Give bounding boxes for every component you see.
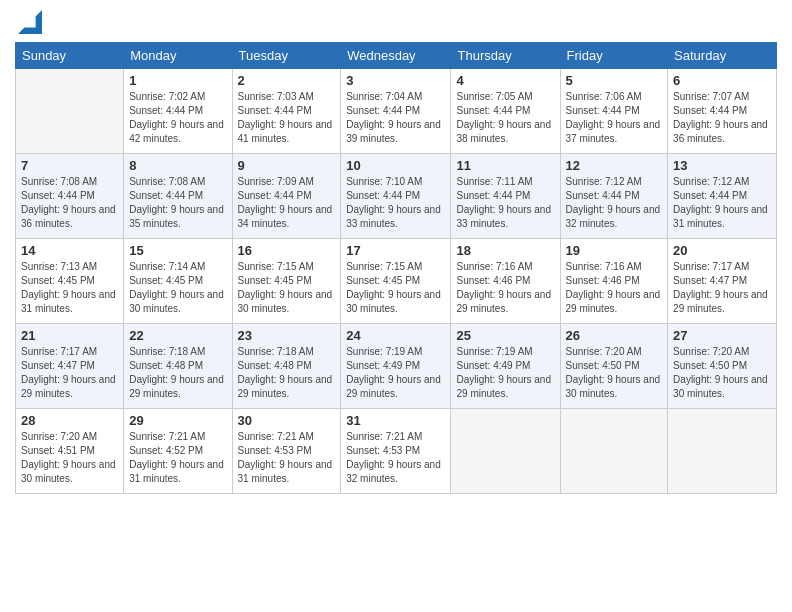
calendar-week-row: 28Sunrise: 7:20 AMSunset: 4:51 PMDayligh… xyxy=(16,409,777,494)
calendar-day-cell xyxy=(668,409,777,494)
calendar-day-cell: 13Sunrise: 7:12 AMSunset: 4:44 PMDayligh… xyxy=(668,154,777,239)
day-info: Sunrise: 7:19 AMSunset: 4:49 PMDaylight:… xyxy=(456,345,554,401)
weekday-header: Sunday xyxy=(16,43,124,69)
calendar-day-cell: 12Sunrise: 7:12 AMSunset: 4:44 PMDayligh… xyxy=(560,154,668,239)
day-info: Sunrise: 7:20 AMSunset: 4:51 PMDaylight:… xyxy=(21,430,118,486)
day-info: Sunrise: 7:08 AMSunset: 4:44 PMDaylight:… xyxy=(129,175,226,231)
day-info: Sunrise: 7:04 AMSunset: 4:44 PMDaylight:… xyxy=(346,90,445,146)
day-number: 2 xyxy=(238,73,336,88)
day-info: Sunrise: 7:21 AMSunset: 4:53 PMDaylight:… xyxy=(346,430,445,486)
calendar-day-cell: 24Sunrise: 7:19 AMSunset: 4:49 PMDayligh… xyxy=(341,324,451,409)
day-number: 4 xyxy=(456,73,554,88)
calendar-day-cell: 28Sunrise: 7:20 AMSunset: 4:51 PMDayligh… xyxy=(16,409,124,494)
day-info: Sunrise: 7:12 AMSunset: 4:44 PMDaylight:… xyxy=(566,175,663,231)
day-number: 25 xyxy=(456,328,554,343)
day-number: 8 xyxy=(129,158,226,173)
calendar-day-cell: 29Sunrise: 7:21 AMSunset: 4:52 PMDayligh… xyxy=(124,409,232,494)
day-info: Sunrise: 7:20 AMSunset: 4:50 PMDaylight:… xyxy=(673,345,771,401)
calendar-day-cell: 17Sunrise: 7:15 AMSunset: 4:45 PMDayligh… xyxy=(341,239,451,324)
page-container: SundayMondayTuesdayWednesdayThursdayFrid… xyxy=(0,0,792,612)
day-info: Sunrise: 7:05 AMSunset: 4:44 PMDaylight:… xyxy=(456,90,554,146)
calendar-day-cell: 11Sunrise: 7:11 AMSunset: 4:44 PMDayligh… xyxy=(451,154,560,239)
calendar-day-cell: 26Sunrise: 7:20 AMSunset: 4:50 PMDayligh… xyxy=(560,324,668,409)
calendar-header-row: SundayMondayTuesdayWednesdayThursdayFrid… xyxy=(16,43,777,69)
day-number: 29 xyxy=(129,413,226,428)
calendar-day-cell: 10Sunrise: 7:10 AMSunset: 4:44 PMDayligh… xyxy=(341,154,451,239)
day-info: Sunrise: 7:11 AMSunset: 4:44 PMDaylight:… xyxy=(456,175,554,231)
calendar-day-cell: 1Sunrise: 7:02 AMSunset: 4:44 PMDaylight… xyxy=(124,69,232,154)
calendar-day-cell: 31Sunrise: 7:21 AMSunset: 4:53 PMDayligh… xyxy=(341,409,451,494)
calendar-day-cell: 14Sunrise: 7:13 AMSunset: 4:45 PMDayligh… xyxy=(16,239,124,324)
day-number: 20 xyxy=(673,243,771,258)
day-info: Sunrise: 7:10 AMSunset: 4:44 PMDaylight:… xyxy=(346,175,445,231)
calendar-day-cell: 3Sunrise: 7:04 AMSunset: 4:44 PMDaylight… xyxy=(341,69,451,154)
day-number: 30 xyxy=(238,413,336,428)
day-info: Sunrise: 7:16 AMSunset: 4:46 PMDaylight:… xyxy=(566,260,663,316)
weekday-header: Monday xyxy=(124,43,232,69)
day-info: Sunrise: 7:12 AMSunset: 4:44 PMDaylight:… xyxy=(673,175,771,231)
calendar-day-cell: 23Sunrise: 7:18 AMSunset: 4:48 PMDayligh… xyxy=(232,324,341,409)
day-info: Sunrise: 7:21 AMSunset: 4:52 PMDaylight:… xyxy=(129,430,226,486)
calendar-day-cell: 21Sunrise: 7:17 AMSunset: 4:47 PMDayligh… xyxy=(16,324,124,409)
day-info: Sunrise: 7:08 AMSunset: 4:44 PMDaylight:… xyxy=(21,175,118,231)
day-number: 10 xyxy=(346,158,445,173)
day-number: 27 xyxy=(673,328,771,343)
day-number: 5 xyxy=(566,73,663,88)
calendar-day-cell xyxy=(16,69,124,154)
weekday-header: Tuesday xyxy=(232,43,341,69)
header xyxy=(15,10,777,34)
day-info: Sunrise: 7:07 AMSunset: 4:44 PMDaylight:… xyxy=(673,90,771,146)
day-number: 13 xyxy=(673,158,771,173)
day-number: 11 xyxy=(456,158,554,173)
day-number: 28 xyxy=(21,413,118,428)
logo xyxy=(15,10,42,34)
weekday-header: Friday xyxy=(560,43,668,69)
day-number: 7 xyxy=(21,158,118,173)
calendar-day-cell: 19Sunrise: 7:16 AMSunset: 4:46 PMDayligh… xyxy=(560,239,668,324)
calendar-day-cell: 18Sunrise: 7:16 AMSunset: 4:46 PMDayligh… xyxy=(451,239,560,324)
calendar-day-cell: 22Sunrise: 7:18 AMSunset: 4:48 PMDayligh… xyxy=(124,324,232,409)
day-number: 17 xyxy=(346,243,445,258)
day-number: 6 xyxy=(673,73,771,88)
day-number: 23 xyxy=(238,328,336,343)
calendar-table: SundayMondayTuesdayWednesdayThursdayFrid… xyxy=(15,42,777,494)
svg-marker-0 xyxy=(18,10,42,34)
calendar-day-cell: 27Sunrise: 7:20 AMSunset: 4:50 PMDayligh… xyxy=(668,324,777,409)
day-number: 18 xyxy=(456,243,554,258)
day-info: Sunrise: 7:13 AMSunset: 4:45 PMDaylight:… xyxy=(21,260,118,316)
calendar-week-row: 7Sunrise: 7:08 AMSunset: 4:44 PMDaylight… xyxy=(16,154,777,239)
day-number: 15 xyxy=(129,243,226,258)
day-number: 26 xyxy=(566,328,663,343)
calendar-day-cell: 9Sunrise: 7:09 AMSunset: 4:44 PMDaylight… xyxy=(232,154,341,239)
day-number: 3 xyxy=(346,73,445,88)
day-info: Sunrise: 7:18 AMSunset: 4:48 PMDaylight:… xyxy=(238,345,336,401)
day-info: Sunrise: 7:20 AMSunset: 4:50 PMDaylight:… xyxy=(566,345,663,401)
calendar-day-cell: 2Sunrise: 7:03 AMSunset: 4:44 PMDaylight… xyxy=(232,69,341,154)
day-info: Sunrise: 7:19 AMSunset: 4:49 PMDaylight:… xyxy=(346,345,445,401)
day-number: 31 xyxy=(346,413,445,428)
calendar-week-row: 1Sunrise: 7:02 AMSunset: 4:44 PMDaylight… xyxy=(16,69,777,154)
day-info: Sunrise: 7:17 AMSunset: 4:47 PMDaylight:… xyxy=(673,260,771,316)
calendar-week-row: 14Sunrise: 7:13 AMSunset: 4:45 PMDayligh… xyxy=(16,239,777,324)
day-info: Sunrise: 7:14 AMSunset: 4:45 PMDaylight:… xyxy=(129,260,226,316)
calendar-day-cell: 6Sunrise: 7:07 AMSunset: 4:44 PMDaylight… xyxy=(668,69,777,154)
day-info: Sunrise: 7:03 AMSunset: 4:44 PMDaylight:… xyxy=(238,90,336,146)
day-number: 14 xyxy=(21,243,118,258)
calendar-day-cell: 8Sunrise: 7:08 AMSunset: 4:44 PMDaylight… xyxy=(124,154,232,239)
day-info: Sunrise: 7:15 AMSunset: 4:45 PMDaylight:… xyxy=(346,260,445,316)
weekday-header: Thursday xyxy=(451,43,560,69)
day-number: 9 xyxy=(238,158,336,173)
calendar-day-cell: 20Sunrise: 7:17 AMSunset: 4:47 PMDayligh… xyxy=(668,239,777,324)
day-number: 21 xyxy=(21,328,118,343)
calendar-day-cell: 5Sunrise: 7:06 AMSunset: 4:44 PMDaylight… xyxy=(560,69,668,154)
day-number: 22 xyxy=(129,328,226,343)
calendar-day-cell: 25Sunrise: 7:19 AMSunset: 4:49 PMDayligh… xyxy=(451,324,560,409)
day-number: 24 xyxy=(346,328,445,343)
day-info: Sunrise: 7:21 AMSunset: 4:53 PMDaylight:… xyxy=(238,430,336,486)
calendar-day-cell xyxy=(451,409,560,494)
calendar-day-cell: 4Sunrise: 7:05 AMSunset: 4:44 PMDaylight… xyxy=(451,69,560,154)
calendar-day-cell: 16Sunrise: 7:15 AMSunset: 4:45 PMDayligh… xyxy=(232,239,341,324)
day-number: 12 xyxy=(566,158,663,173)
day-info: Sunrise: 7:09 AMSunset: 4:44 PMDaylight:… xyxy=(238,175,336,231)
day-info: Sunrise: 7:16 AMSunset: 4:46 PMDaylight:… xyxy=(456,260,554,316)
